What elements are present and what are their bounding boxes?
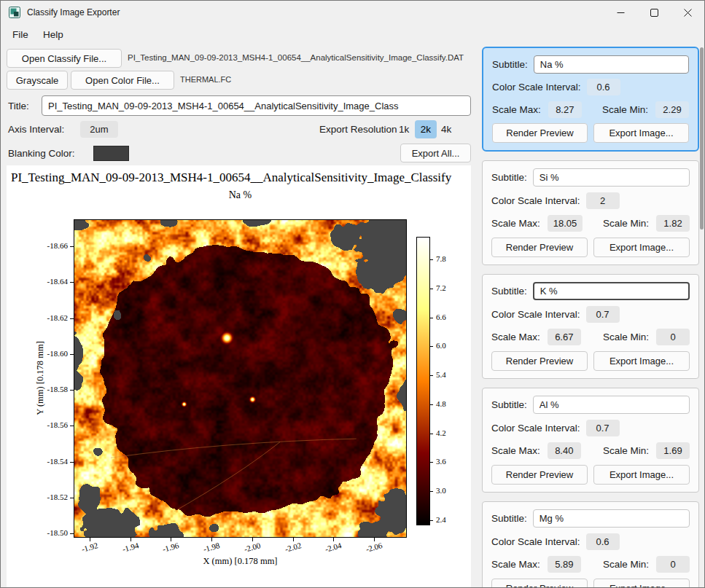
- export-image-button[interactable]: Export Image...: [593, 123, 689, 143]
- scale-max-label: Scale Max:: [491, 332, 540, 342]
- color-scale-interval-value: 0.7: [586, 306, 620, 323]
- close-button[interactable]: [671, 1, 704, 24]
- panel-scrollbar[interactable]: [699, 44, 705, 588]
- open-color-file-button[interactable]: Open Color File...: [71, 71, 174, 90]
- scale-max-value: 5.89: [548, 556, 581, 573]
- export-card-si[interactable]: Subtitle:Color Scale Interval:2Scale Max…: [482, 160, 699, 265]
- menu-help[interactable]: Help: [40, 28, 66, 42]
- x-tick-mark: [333, 538, 334, 541]
- scale-min-label: Scale Min:: [603, 218, 649, 229]
- export-image-button[interactable]: Export Image...: [593, 238, 690, 257]
- scale-min-value: 0: [656, 329, 690, 345]
- export-image-button[interactable]: Export Image...: [593, 579, 690, 588]
- grayscale-button[interactable]: Grayscale: [7, 71, 68, 90]
- export-card-mg[interactable]: Subtitle:Color Scale Interval:0.6Scale M…: [482, 501, 699, 588]
- x-tick-mark: [293, 538, 294, 541]
- y-tick-label: -18.50: [21, 528, 68, 537]
- colorbar-tick-mark: [430, 520, 433, 521]
- export-card-al[interactable]: Subtitle:Color Scale Interval:0.7Scale M…: [482, 388, 699, 493]
- export-resolution-label: Export Resolution: [319, 124, 397, 135]
- colorbar-tick-label: 2.4: [436, 515, 446, 524]
- scale-min-label: Scale Min:: [603, 332, 649, 342]
- colorbar-tick-label: 4.8: [436, 399, 446, 408]
- titlebar: Classify Image Exporter: [1, 1, 704, 24]
- x-tick-mark: [131, 538, 131, 541]
- subtitle-label: Subtitle:: [491, 513, 527, 524]
- title-input[interactable]: [42, 95, 471, 116]
- resolution-option-2k[interactable]: 2k: [415, 120, 437, 138]
- resolution-option-1k[interactable]: 1k: [399, 124, 409, 135]
- colorbar-tick-label: 6.6: [436, 313, 446, 321]
- scale-min-value: 1.69: [656, 442, 690, 459]
- scale-min-value: 0: [656, 556, 690, 573]
- colorbar: [416, 237, 430, 525]
- color-scale-interval-value: 0.6: [587, 79, 620, 95]
- export-card-k[interactable]: Subtitle:Color Scale Interval:0.7Scale M…: [482, 274, 699, 379]
- colorbar-tick-mark: [430, 491, 433, 492]
- color-scale-interval-label: Color Scale Interval:: [491, 536, 580, 547]
- colorbar-tick-label: 3.6: [436, 457, 446, 466]
- y-tick-label: -18.66: [21, 241, 68, 250]
- render-preview-button[interactable]: Render Preview: [492, 123, 588, 143]
- classify-file-path: PI_Testing_MAN_09-09-2013_MSH4-1_00654__…: [128, 53, 464, 62]
- scale-max-label: Scale Max:: [491, 559, 540, 570]
- export-all-button[interactable]: Export All...: [400, 144, 471, 162]
- scale-min-value: 1.82: [656, 215, 690, 232]
- blanking-color-swatch[interactable]: [93, 146, 129, 161]
- plot-subtitle: Na %: [74, 189, 407, 201]
- render-preview-button[interactable]: Render Preview: [491, 579, 588, 588]
- export-image-button[interactable]: Export Image...: [593, 465, 690, 485]
- color-file-path: THERMAL.FC: [180, 75, 231, 84]
- title-label: Title:: [8, 101, 29, 111]
- y-tick-mark: [70, 426, 74, 426]
- scale-max-value: 6.67: [548, 329, 581, 345]
- subtitle-input[interactable]: [533, 168, 690, 187]
- colorbar-tick-mark: [430, 346, 433, 347]
- maximize-button[interactable]: [637, 1, 671, 24]
- export-image-button[interactable]: Export Image...: [593, 351, 690, 371]
- colorbar-tick-mark: [430, 434, 433, 434]
- x-tick-mark: [171, 538, 171, 541]
- y-tick-label: -18.64: [21, 277, 68, 286]
- resolution-option-4k[interactable]: 4k: [441, 124, 451, 135]
- colorbar-tick-mark: [430, 318, 433, 318]
- y-tick-label: -18.52: [21, 493, 68, 501]
- x-tick-mark: [90, 538, 90, 541]
- render-preview-button[interactable]: Render Preview: [491, 238, 588, 257]
- y-tick-mark: [70, 354, 74, 355]
- y-tick-mark: [70, 246, 74, 247]
- colorbar-tick-mark: [430, 404, 433, 405]
- scale-max-value: 8.40: [548, 442, 581, 459]
- subtitle-input[interactable]: [533, 509, 690, 528]
- open-classify-file-button[interactable]: Open Classify File...: [7, 49, 122, 68]
- y-tick-mark: [70, 390, 74, 391]
- subtitle-input[interactable]: [533, 282, 690, 300]
- colorbar-tick-label: 7.8: [436, 254, 446, 263]
- y-tick-mark: [70, 498, 74, 498]
- scale-max-label: Scale Max:: [492, 104, 541, 115]
- window-controls: [604, 1, 704, 24]
- plot-title: PI_Testing_MAN_09-09-2013_MSH4-1_00654__…: [11, 170, 466, 185]
- export-card-na[interactable]: Subtitle:Color Scale Interval:0.6Scale M…: [482, 47, 699, 152]
- subtitle-input[interactable]: [534, 55, 689, 74]
- x-tick-mark: [252, 538, 253, 541]
- axis-interval-label: Axis Interval:: [8, 124, 64, 135]
- minimize-button[interactable]: [604, 1, 637, 24]
- scale-min-value: 2.29: [655, 101, 689, 118]
- render-preview-button[interactable]: Render Preview: [491, 351, 588, 371]
- color-scale-interval-label: Color Scale Interval:: [492, 82, 581, 93]
- axis-interval-value[interactable]: 2um: [80, 121, 118, 138]
- window-title: Classify Image Exporter: [27, 7, 120, 17]
- subtitle-input[interactable]: [533, 396, 690, 414]
- subtitle-label: Subtitle:: [491, 399, 527, 410]
- y-tick-mark: [70, 318, 74, 319]
- color-scale-interval-label: Color Scale Interval:: [491, 423, 580, 434]
- render-preview-button[interactable]: Render Preview: [491, 465, 588, 485]
- app-icon: [9, 7, 20, 18]
- menu-file[interactable]: File: [9, 28, 31, 42]
- subtitle-label: Subtitle:: [491, 286, 527, 297]
- colorbar-tick-label: 3.0: [436, 486, 446, 495]
- colorbar-tick-label: 5.4: [436, 370, 446, 379]
- x-tick-mark: [211, 538, 212, 541]
- panel-scrollbar-thumb[interactable]: [700, 47, 704, 230]
